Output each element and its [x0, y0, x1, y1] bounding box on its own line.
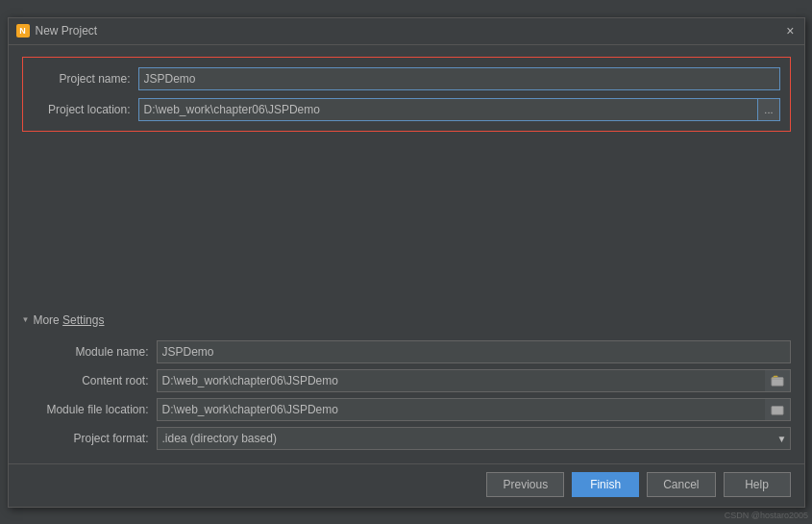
collapse-icon: ▼ — [22, 315, 30, 324]
project-format-select[interactable]: .idea (directory based) — [157, 427, 791, 450]
project-format-label: Project format: — [22, 432, 157, 445]
folder-icon — [771, 374, 784, 387]
project-name-input[interactable] — [138, 67, 780, 90]
content-root-row: Content root: — [22, 369, 791, 392]
help-button[interactable]: Help — [724, 472, 791, 497]
previous-button[interactable]: Previous — [486, 472, 564, 497]
more-settings-toggle[interactable]: ▼ More Settings — [22, 310, 791, 331]
content-root-label: Content root: — [22, 374, 157, 387]
folder-icon-2 — [771, 403, 784, 416]
module-file-location-label: Module file location: — [22, 403, 157, 416]
settings-section: Module name: Content root: — [22, 338, 791, 452]
close-button[interactable]: × — [784, 24, 796, 37]
middle-section — [22, 141, 791, 310]
dialog-footer: Previous Finish Cancel Help — [9, 463, 804, 507]
project-name-row: Project name: — [33, 67, 780, 90]
module-name-row: Module name: — [22, 340, 791, 363]
content-root-browse-button[interactable] — [765, 369, 791, 392]
dialog-icon: N — [16, 24, 30, 37]
top-section: Project name: Project location: ... — [22, 57, 791, 132]
project-format-row: Project format: .idea (directory based) … — [22, 427, 791, 450]
module-name-label: Module name: — [22, 345, 157, 359]
project-location-row: Project location: ... — [33, 98, 780, 121]
cancel-button[interactable]: Cancel — [647, 472, 715, 497]
title-bar-left: N New Project — [16, 24, 98, 37]
new-project-dialog: N New Project × Project name: Project lo… — [8, 17, 805, 508]
project-name-label: Project name: — [33, 72, 138, 86]
dialog-body: Project name: Project location: ... ▼ Mo… — [9, 45, 804, 463]
module-file-location-browse-button[interactable] — [765, 398, 791, 421]
module-file-location-input[interactable] — [157, 398, 765, 421]
more-settings-label: More Settings — [33, 313, 104, 327]
content-root-field — [157, 369, 791, 392]
module-name-input[interactable] — [157, 340, 791, 363]
project-format-select-wrapper: .idea (directory based) ▼ — [157, 427, 791, 450]
project-location-input[interactable] — [138, 98, 758, 121]
svg-rect-2 — [771, 406, 782, 414]
watermark: CSDN @hostaro2005 — [725, 511, 808, 520]
more-text: More — [33, 313, 62, 327]
title-bar: N New Project × — [9, 18, 804, 45]
finish-button[interactable]: Finish — [572, 472, 639, 497]
module-file-location-row: Module file location: — [22, 398, 791, 421]
project-location-label: Project location: — [33, 103, 138, 116]
content-root-input[interactable] — [157, 369, 765, 392]
module-file-location-field — [157, 398, 791, 421]
browse-button[interactable]: ... — [757, 98, 779, 121]
project-location-field: ... — [138, 98, 780, 121]
settings-underline-text: Settings — [62, 313, 104, 327]
dialog-title: New Project — [36, 24, 98, 37]
svg-rect-0 — [771, 377, 782, 386]
